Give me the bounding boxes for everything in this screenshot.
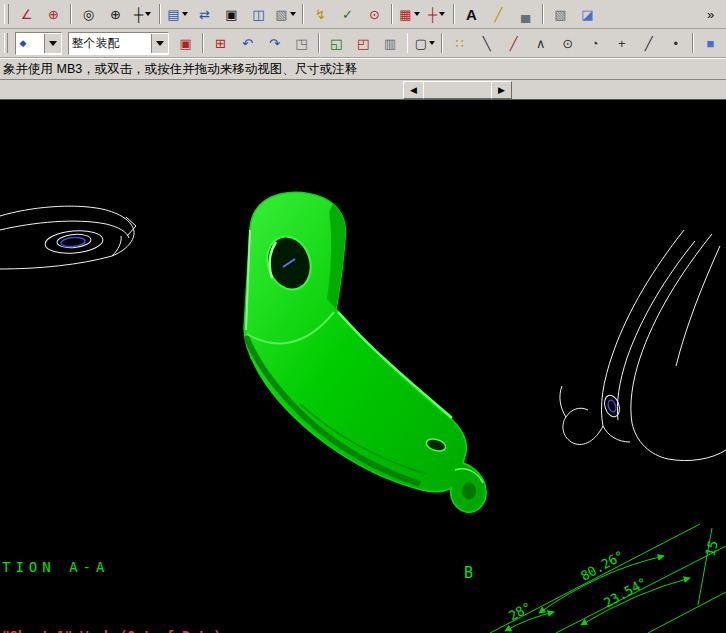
chevron-down-icon[interactable] [151, 34, 168, 53]
undo-icon[interactable]: ↶ [234, 32, 261, 55]
sheet-status: "Sheet 1" Work (Out of Date) [2, 628, 221, 633]
cube-icon[interactable]: ◳ [288, 32, 315, 55]
sheet-view-icon[interactable]: ▤ [164, 3, 191, 26]
right-part-center-mark[interactable] [607, 399, 617, 413]
selection-rect-icon[interactable]: ▢ [411, 32, 438, 55]
dimension-texts: 80.26° 23.54° 28° 15 [506, 539, 721, 624]
check-icon[interactable]: ✓ [334, 3, 361, 26]
angle-dim-text[interactable]: 23.54° [601, 575, 649, 611]
crosshair-icon[interactable]: ┼ [129, 3, 156, 26]
toolbar-separator [159, 4, 161, 24]
cube-blue-icon[interactable]: ◪ [574, 3, 601, 26]
snap-grid-icon[interactable]: ∷ [446, 32, 473, 55]
snap-plus-icon[interactable]: + [608, 32, 635, 55]
toolbar-row-1: ∠ ⊕ ◎ ⊕ ┼ ▤ ⇄ ▣ ◫ ▧ ↯ ✓ ⊙ ▦ ┼ A ╱ ▄ ▧ ◪ … [0, 0, 726, 29]
scrollbar-thumb[interactable] [423, 81, 493, 99]
section-label[interactable]: TION A-A [2, 559, 109, 575]
center-point-icon[interactable]: ⊕ [102, 3, 129, 26]
snap-endpoint-icon[interactable]: ╱ [500, 32, 527, 55]
layers-icon[interactable]: ▥ [377, 32, 404, 55]
projected-view-icon[interactable]: ◫ [245, 3, 272, 26]
status-prompt-bar: 象并使用 MB3，或双击，或按住并拖动来移动视图、尺寸或注释 [0, 58, 726, 80]
update-views-icon[interactable]: ⇄ [191, 3, 218, 26]
selection-filter-icon: ◆ [16, 34, 43, 53]
overflow-icon[interactable]: » [697, 3, 724, 26]
snap-line-icon[interactable]: ╲ [473, 32, 500, 55]
assembly-scope-combo[interactable]: 整个装配 [68, 32, 169, 55]
toolbar-separator [453, 4, 455, 24]
grid-plus-icon[interactable]: ⊞ [207, 32, 234, 55]
left-wireframe-part[interactable] [0, 206, 136, 269]
toolbar-separator [318, 33, 320, 53]
angle-snap-icon[interactable]: ∠ [13, 3, 40, 26]
cube-gray-icon[interactable]: ▧ [547, 3, 574, 26]
base-view-icon[interactable]: ▣ [218, 3, 245, 26]
toolbar-grip[interactable] [4, 4, 9, 24]
prompt-text: 象并使用 MB3，或双击，或按住并拖动来移动视图、尺寸或注释 [3, 61, 357, 78]
toolbar-grip[interactable] [4, 33, 8, 53]
scroll-left-icon[interactable]: ◀ [403, 81, 424, 99]
table-icon[interactable]: ▦ [396, 3, 423, 26]
nx-drafting-window: ∠ ⊕ ◎ ⊕ ┼ ▤ ⇄ ▣ ◫ ▧ ↯ ✓ ⊙ ▦ ┼ A ╱ ▄ ▧ ◪ … [0, 0, 726, 633]
circle-view-icon[interactable]: ◎ [75, 3, 102, 26]
work-layer-icon[interactable]: ▣ [172, 32, 199, 55]
lightning-icon[interactable]: ↯ [307, 3, 334, 26]
toolbar-separator [391, 4, 393, 24]
horizontal-scrollbar[interactable]: ◀ ▶ [0, 80, 726, 100]
toolbar-row-2: ◆ 整个装配 ▣ ⊞ ↶ ↷ ◳ ◱ ◰ ▥ ▢ ∷ ╲ ╱ ∧ ⊙ ◔ + ╱… [0, 29, 726, 58]
snap-quadrant-icon[interactable]: ◔ [581, 32, 608, 55]
shaded-cube-icon[interactable]: ■ [697, 32, 724, 55]
target-icon[interactable]: ⊙ [361, 3, 388, 26]
highlighted-bracket-part[interactable] [244, 192, 486, 512]
right-wireframe-part[interactable] [560, 230, 726, 461]
ruler-icon[interactable]: ╱ [485, 3, 512, 26]
text-icon[interactable]: A [458, 3, 485, 26]
toolbar-separator [202, 33, 204, 53]
view-label-b[interactable]: B [464, 564, 473, 582]
redo-icon[interactable]: ↷ [261, 32, 288, 55]
assembly-scope-value: 整个装配 [69, 34, 151, 53]
drawing-canvas[interactable]: 80.26° 23.54° 28° 15 B TION A-A "Sheet 1… [0, 100, 726, 633]
box-red-icon[interactable]: ◰ [350, 32, 377, 55]
toolbar-separator [407, 33, 409, 53]
measure-icon[interactable]: ⊕ [40, 3, 67, 26]
grid-cross-icon[interactable]: ┼ [423, 3, 450, 26]
snap-center-icon[interactable]: ⊙ [554, 32, 581, 55]
toolbar-separator [542, 4, 544, 24]
drawing-svg[interactable]: 80.26° 23.54° 28° 15 B TION A-A "Sheet 1… [0, 100, 726, 633]
box-green-icon[interactable]: ◱ [323, 32, 350, 55]
section-view-icon[interactable]: ▧ [272, 3, 299, 26]
snap-tangent-icon[interactable]: ╱ [635, 32, 662, 55]
snap-intersection-icon[interactable]: ∧ [527, 32, 554, 55]
toolbar-separator [692, 33, 694, 53]
chevron-down-icon[interactable] [44, 34, 61, 53]
snap-dot-icon[interactable]: • [662, 32, 689, 55]
toolbar-separator [302, 4, 304, 24]
selection-filter-combo[interactable]: ◆ [15, 32, 61, 55]
scroll-right-icon[interactable]: ▶ [491, 81, 512, 99]
toolbar-separator [70, 4, 72, 24]
toolbar-separator [441, 33, 443, 53]
length-dim-text[interactable]: 15 [702, 539, 721, 558]
angle-dim-text[interactable]: 28° [506, 599, 534, 624]
stamp-icon[interactable]: ▄ [512, 3, 539, 26]
